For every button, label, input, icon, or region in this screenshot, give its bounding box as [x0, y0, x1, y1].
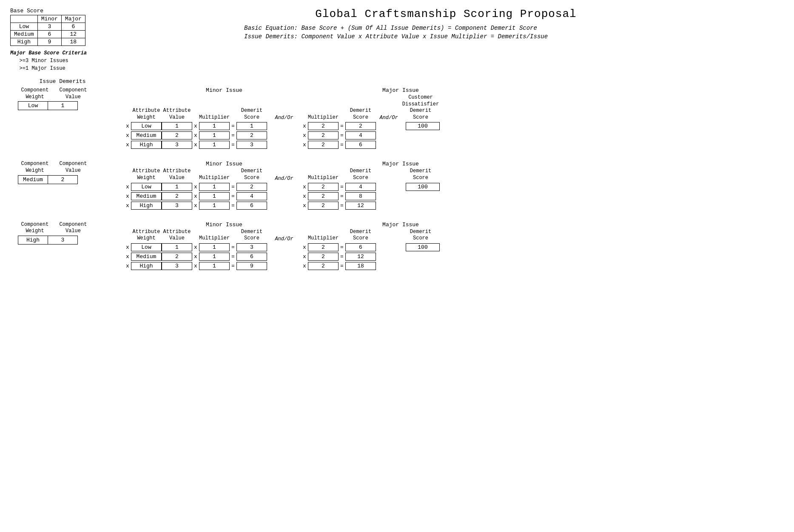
row-minor-low: 3	[37, 23, 61, 31]
minor-demerit-label-2: DemeritScore	[236, 168, 267, 181]
minor-mult-3-2: 1	[199, 253, 230, 261]
page-title: Global Craftsmanship Scoring Proposal	[108, 8, 784, 20]
minor-demerit-1-1: 1	[236, 122, 267, 130]
issue-area-1: Minor Issue Major Issue AttributeWeight …	[124, 87, 784, 149]
comp-weight-value-1: Low	[18, 102, 48, 110]
major-issue-header-3: Major Issue	[341, 222, 460, 228]
attr-data-row-1-2: x Medium 2 x 1 = 2 x 2 = 4	[124, 131, 784, 139]
eq-major-1-3: =	[339, 142, 345, 148]
table-row: High 9 18	[11, 38, 85, 46]
minor-mult-2-3: 1	[199, 202, 230, 210]
x-major-1-1: x	[301, 123, 308, 129]
attr-data-row-2-1: x Low 1 x 1 = 2 x 2 = 4 100	[124, 183, 784, 191]
minor-mult-label-3: Multiplier	[199, 235, 230, 242]
attr-weight-label-3: AttributeWeight	[131, 229, 162, 242]
attr-value-1-2: 2	[162, 131, 192, 139]
major-mult-label-3: Multiplier	[308, 235, 339, 242]
x-mult-1-1: x	[192, 123, 199, 129]
row-label-high: High	[11, 38, 38, 46]
table-row: Low 3 6	[11, 23, 85, 31]
major-issue-header-2: Major Issue	[341, 161, 460, 167]
major-demerit-2-1: 4	[345, 183, 376, 191]
comp-value-label-2: ComponentValue	[56, 161, 90, 174]
x-mult-3-2: x	[192, 253, 199, 260]
x-mult-2-1: x	[192, 184, 199, 190]
minor-mult-label-1: Multiplier	[199, 114, 230, 121]
major-demerit-2-3: 12	[345, 202, 376, 210]
attr-data-row-2-3: x High 3 x 1 = 6 x 2 = 12	[124, 202, 784, 210]
minor-demerit-3-1: 3	[236, 243, 267, 251]
criteria-item-1: >=3 Minor Issues	[10, 57, 108, 65]
x-major-3-2: x	[301, 253, 308, 260]
major-issue-header-1: Major Issue	[341, 87, 460, 94]
customer-value-3: 100	[406, 243, 440, 251]
x-major-2-2: x	[301, 193, 308, 199]
eq-2-1: =	[230, 184, 236, 190]
attr-weight-1-2: Medium	[131, 131, 162, 139]
attr-value-3-2: 2	[162, 253, 192, 261]
minor-mult-1-2: 1	[199, 131, 230, 139]
comp-val-value-1: 1	[48, 102, 78, 110]
x-prefix-2-2: x	[124, 193, 131, 199]
minor-demerit-1-3: 3	[236, 141, 267, 149]
row-major-medium: 12	[61, 31, 85, 38]
component-value-table-1: Low 1	[18, 101, 78, 110]
major-mult-3-1: 2	[308, 243, 339, 251]
minor-demerit-3-3: 9	[236, 262, 267, 270]
attr-data-row-3-1: x Low 1 x 1 = 3 x 2 = 6 100	[124, 243, 784, 251]
attr-value-label-1: AttributeValue	[162, 108, 192, 121]
major-mult-1-2: 2	[308, 131, 339, 139]
and-or-label-3: And/Or	[267, 236, 301, 242]
attr-value-2-2: 2	[162, 192, 192, 200]
section-headers-1: Minor Issue Major Issue	[158, 87, 784, 94]
major-demerit-label-3: DemeritScore	[345, 229, 376, 242]
and-or-label-1: And/Or	[267, 115, 301, 121]
attr-weight-2-1: Low	[131, 183, 162, 191]
component-block-3: ComponentWeight ComponentValue High 3	[18, 222, 107, 245]
major-mult-2-1: 2	[308, 183, 339, 191]
eq-major-1-2: =	[339, 132, 345, 139]
minor-mult-1-3: 1	[199, 141, 230, 149]
attr-data-row-2-2: x Medium 2 x 1 = 4 x 2 = 8	[124, 192, 784, 200]
component-value-table-2: Medium 2	[18, 175, 78, 184]
minor-demerit-2-3: 6	[236, 202, 267, 210]
row-minor-high: 9	[37, 38, 61, 46]
customer-value-2: 100	[406, 183, 440, 191]
section-headers-3: Minor Issue Major Issue	[158, 222, 784, 228]
comp-weight-label-2: ComponentWeight	[18, 161, 52, 174]
minor-issue-header-3: Minor Issue	[158, 222, 290, 228]
x-prefix-3-3: x	[124, 263, 131, 269]
component-value-table-3: High 3	[18, 236, 78, 245]
minor-demerit-2-1: 2	[236, 183, 267, 191]
comp-value-label: ComponentValue	[56, 87, 90, 100]
base-score-title: Base Score	[10, 8, 108, 14]
scoring-row-2: ComponentWeight ComponentValue Medium 2 …	[10, 161, 784, 209]
section-headers-2: Minor Issue Major Issue	[158, 161, 784, 167]
eq-1-2: =	[230, 132, 236, 139]
minor-demerit-label-1: DemeritScore	[236, 108, 267, 121]
x-prefix-1-2: x	[124, 132, 131, 139]
x-mult-1-2: x	[192, 132, 199, 139]
attr-value-3-3: 3	[162, 262, 192, 270]
minor-mult-2-1: 1	[199, 183, 230, 191]
table-row: Medium 6 12	[11, 31, 85, 38]
and-or-label-2: And/Or	[267, 176, 301, 182]
and-or-2-label-1: And/Or	[376, 115, 401, 121]
attr-weight-3-2: Medium	[131, 253, 162, 261]
major-demerit-3-2: 12	[345, 253, 376, 261]
minor-demerit-3-2: 6	[236, 253, 267, 261]
row-minor-medium: 6	[37, 31, 61, 38]
comp-value-label-3: ComponentValue	[56, 222, 90, 235]
attr-data-rows-3: x Low 1 x 1 = 3 x 2 = 6 100	[124, 243, 784, 270]
minor-mult-3-1: 1	[199, 243, 230, 251]
eq-1-1: =	[230, 123, 236, 129]
eq-major-2-3: =	[339, 202, 345, 209]
major-mult-3-3: 2	[308, 262, 339, 270]
major-mult-2-2: 2	[308, 192, 339, 200]
major-mult-label-1: Multiplier	[308, 114, 339, 121]
comp-weight-label-3: ComponentWeight	[18, 222, 52, 235]
attr-weight-1-3: High	[131, 141, 162, 149]
attr-value-1-3: 3	[162, 141, 192, 149]
eq-major-1-1: =	[339, 123, 345, 129]
component-block-1: ComponentWeight ComponentValue Low 1	[18, 87, 107, 110]
